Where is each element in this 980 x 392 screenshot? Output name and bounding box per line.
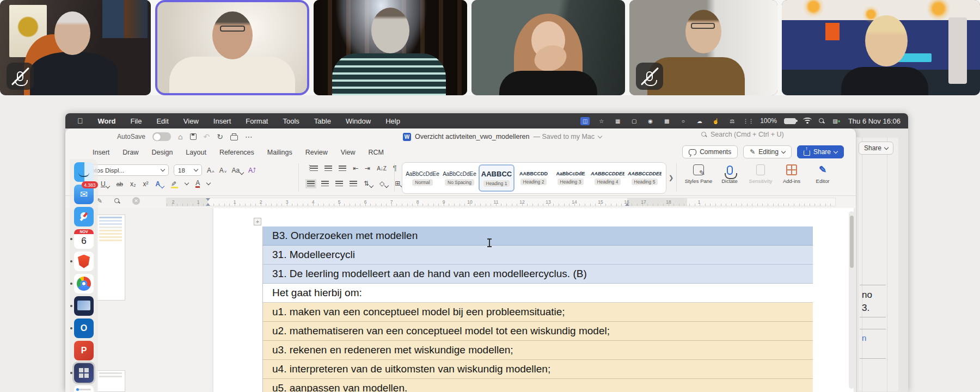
menu-file[interactable]: File: [130, 117, 142, 125]
table-row[interactable]: 31. De leerling modelleert aan de hand v…: [262, 265, 813, 284]
display-icon[interactable]: ▢: [629, 117, 639, 125]
spotlight-icon[interactable]: [819, 118, 825, 124]
menu-table[interactable]: Table: [314, 117, 331, 125]
safari-icon[interactable]: [74, 207, 94, 226]
pilcrow-button[interactable]: ¶: [393, 164, 396, 172]
close-icon[interactable]: ✕: [132, 197, 140, 205]
menu-help[interactable]: Help: [385, 117, 400, 125]
vertical-scrollbar[interactable]: [849, 211, 854, 389]
editor-button[interactable]: ✎Editor: [808, 163, 837, 184]
redo-icon[interactable]: ↻: [217, 132, 223, 141]
menu-clock[interactable]: Thu 6 Nov 16:06: [848, 117, 901, 125]
decrease-indent-button[interactable]: ⇤: [353, 164, 358, 172]
finder-icon[interactable]: [74, 162, 94, 182]
undo-icon[interactable]: ↶: [204, 132, 210, 141]
menu-view[interactable]: View: [183, 117, 199, 125]
apple-menu-icon[interactable]: : [77, 117, 83, 125]
comments-button[interactable]: Comments: [682, 145, 738, 158]
home-icon[interactable]: ⌂: [178, 132, 182, 141]
autosave-toggle[interactable]: [152, 132, 171, 141]
menu-edit[interactable]: Edit: [156, 117, 168, 125]
cloud-icon[interactable]: ☁: [695, 117, 704, 125]
styles-pane-button[interactable]: Styles Pane: [684, 163, 713, 184]
font-size-select[interactable]: 18: [174, 164, 202, 176]
app-icon-1[interactable]: ▦: [613, 117, 622, 125]
windows-app-icon[interactable]: [74, 363, 94, 383]
table-move-handle[interactable]: +: [254, 218, 261, 225]
title-chevron-icon[interactable]: [598, 133, 602, 138]
style-heading-1[interactable]: AABBCCHeading 1: [479, 164, 514, 192]
tab-mailings[interactable]: Mailings: [267, 149, 292, 156]
tab-review[interactable]: Review: [305, 149, 328, 156]
outlook-icon[interactable]: O: [74, 318, 94, 338]
subscript-button[interactable]: x₂: [130, 180, 136, 188]
tab-insert[interactable]: Insert: [93, 149, 109, 156]
mail-icon[interactable]: ✉4.383: [74, 185, 94, 204]
font-name-select[interactable]: otos Displ...: [87, 164, 169, 176]
table-row[interactable]: u1. maken van een conceptueel model bij …: [262, 303, 813, 322]
table-row[interactable]: u2. mathematiseren van een conceptueel m…: [262, 322, 813, 341]
participant-video[interactable]: [629, 0, 777, 95]
record-icon[interactable]: ○: [678, 117, 688, 125]
powerpoint-icon[interactable]: P: [74, 341, 94, 360]
align-right-button[interactable]: [335, 181, 343, 187]
increase-indent-button[interactable]: ⇥: [365, 164, 370, 172]
table-row[interactable]: 31. Modelleercycli: [262, 246, 813, 265]
dictate-button[interactable]: Dictate: [715, 163, 744, 184]
save-icon[interactable]: [190, 133, 197, 140]
line-spacing-button[interactable]: ⇅: [364, 180, 373, 187]
table-row[interactable]: u4. interpreteren van de uitkomsten van …: [262, 360, 813, 379]
menu-window[interactable]: Window: [346, 117, 371, 125]
horizontal-ruler[interactable]: 211234567891011121314151617181: [166, 198, 836, 206]
calendar-icon[interactable]: NOV6: [74, 229, 94, 249]
table-row[interactable]: B3. Onderzoeken met modellen: [262, 226, 813, 246]
menu-insert[interactable]: Insert: [213, 117, 231, 125]
menu-word[interactable]: Word: [98, 117, 116, 125]
menu-tools[interactable]: Tools: [283, 117, 299, 125]
style-heading-5[interactable]: AABBCCDDEEHeading 5: [627, 164, 663, 192]
tab-references[interactable]: References: [219, 149, 254, 156]
fast-user-switch-icon[interactable]: ▨●: [832, 117, 841, 125]
chrome-icon[interactable]: [74, 274, 94, 293]
superscript-button[interactable]: x²: [143, 180, 149, 188]
align-left-button[interactable]: [307, 181, 315, 187]
pointer-icon[interactable]: ☝: [711, 117, 720, 125]
grow-font-button[interactable]: A˄: [207, 167, 215, 174]
print-icon[interactable]: [230, 135, 238, 140]
shrink-font-button[interactable]: A˅: [219, 167, 227, 174]
table-row[interactable]: Het gaat hierbij om:: [262, 284, 813, 303]
preview-app-icon[interactable]: [74, 296, 94, 316]
tab-design[interactable]: Design: [151, 149, 173, 156]
tab-layout[interactable]: Layout: [186, 149, 206, 156]
reminders-icon[interactable]: [74, 385, 94, 392]
style-no-spacing[interactable]: AaBbCcDdEeNo Spacing: [442, 164, 477, 192]
participant-video[interactable]: [782, 0, 980, 95]
participant-video[interactable]: [0, 0, 151, 95]
wifi-icon[interactable]: [803, 118, 812, 124]
participant-video[interactable]: [471, 0, 625, 95]
page-thumbnail[interactable]: [96, 370, 125, 392]
font-color-button[interactable]: A: [195, 180, 200, 188]
change-case-button[interactable]: Aa: [231, 167, 243, 174]
underline-button[interactable]: U: [101, 180, 109, 188]
search-field[interactable]: Search (Cmd + Ctrl + U): [701, 131, 784, 138]
brave-icon[interactable]: [74, 252, 94, 271]
style-normal[interactable]: AaBbCcDdEeNormal: [405, 164, 440, 192]
tab-rcm[interactable]: RCM: [369, 149, 384, 156]
dots-icon[interactable]: ⋮⋮: [744, 117, 753, 125]
editing-mode-button[interactable]: ✎ Editing: [743, 145, 792, 158]
shading-button[interactable]: ◇: [379, 180, 388, 187]
justify-button[interactable]: [350, 181, 357, 187]
screen-mirroring-icon[interactable]: ◫: [580, 117, 590, 125]
tab-view[interactable]: View: [341, 149, 356, 156]
app-icon-3[interactable]: ▩: [662, 117, 671, 125]
sort-button[interactable]: A↓Z: [377, 166, 387, 171]
more-commands-icon[interactable]: ⋯: [245, 132, 253, 141]
table-row[interactable]: u3. rekenen en redeneren met wiskundige …: [262, 341, 813, 360]
background-share-button[interactable]: Share: [859, 142, 893, 155]
add-ins-button[interactable]: Add-ins: [777, 163, 806, 184]
highlight-color-button[interactable]: [171, 180, 178, 187]
app-icon-2[interactable]: ◉: [646, 117, 655, 125]
align-center-button[interactable]: [321, 181, 329, 187]
keys-icon[interactable]: ⚖: [727, 117, 737, 125]
